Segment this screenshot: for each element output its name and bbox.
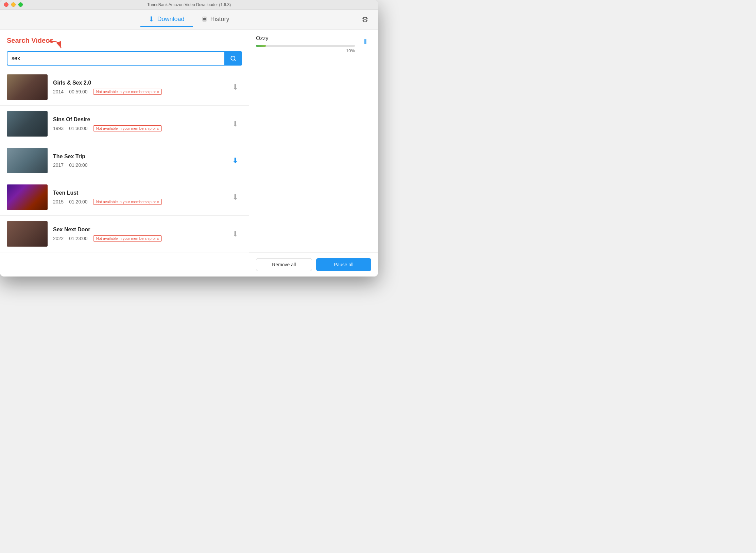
download-tab-label: Download xyxy=(157,16,184,23)
settings-button[interactable]: ⚙ xyxy=(359,14,371,26)
main-area: Search Videos xyxy=(0,30,378,276)
result-duration: 01:23:00 xyxy=(69,236,88,241)
search-area: Search Videos xyxy=(0,30,249,69)
result-info: Sins Of Desire 1993 01:30:00 Not availab… xyxy=(53,117,223,131)
availability-badge: Not available in your membership or c xyxy=(93,235,162,242)
result-info: Sex Next Door 2022 01:23:00 Not availabl… xyxy=(53,227,223,242)
top-nav: ⬇ Download 🖥 History ⚙ xyxy=(0,10,378,30)
thumbnail xyxy=(7,184,48,210)
download-icon: ⬇ xyxy=(232,230,238,238)
thumbnail xyxy=(7,74,48,100)
close-button[interactable] xyxy=(4,2,8,7)
list-item[interactable]: Teen Lust 2015 01:20:00 Not available in… xyxy=(0,179,249,216)
result-title: Girls & Sex 2.0 xyxy=(53,80,223,86)
downloads-footer: Remove all Pause all xyxy=(249,252,378,276)
result-meta: 2022 01:23:00 Not available in your memb… xyxy=(53,235,223,242)
progress-bar-container xyxy=(256,45,355,47)
result-year: 1993 xyxy=(53,126,64,131)
search-arrow-icon xyxy=(48,38,68,52)
thumbnail xyxy=(7,221,48,247)
history-tab-icon: 🖥 xyxy=(201,15,208,23)
downloads-header: Ozzy 10% ⏸ xyxy=(249,30,378,59)
remove-all-button[interactable]: Remove all xyxy=(256,258,312,271)
progress-bar-fill xyxy=(256,45,266,47)
results-list: Girls & Sex 2.0 2014 00:59:00 Not availa… xyxy=(0,69,249,276)
download-icon: ⬇ xyxy=(232,83,238,92)
result-duration: 01:20:00 xyxy=(69,162,88,168)
window-title: TunesBank Amazon Video Downloader (1.6.3… xyxy=(147,2,231,7)
result-title: Sins Of Desire xyxy=(53,117,223,123)
thumbnail xyxy=(7,148,48,173)
download-item-info: Ozzy 10% xyxy=(256,35,355,53)
tab-history[interactable]: 🖥 History xyxy=(193,13,238,27)
download-icon: ⬇ xyxy=(232,193,238,202)
download-action[interactable]: ⬇ xyxy=(228,154,242,167)
result-title: Teen Lust xyxy=(53,190,223,196)
result-year: 2017 xyxy=(53,162,64,168)
svg-line-2 xyxy=(234,59,235,60)
download-action[interactable]: ⬇ xyxy=(228,227,242,241)
pause-button[interactable]: ⏸ xyxy=(359,35,371,48)
result-year: 2022 xyxy=(53,236,64,241)
search-videos-label: Search Videos xyxy=(7,37,53,44)
thumbnail xyxy=(7,111,48,137)
result-meta: 1993 01:30:00 Not available in your memb… xyxy=(53,125,223,131)
result-meta: 2017 01:20:00 xyxy=(53,162,223,168)
traffic-lights xyxy=(4,2,23,7)
titlebar: TunesBank Amazon Video Downloader (1.6.3… xyxy=(0,0,378,10)
result-meta: 2014 00:59:00 Not available in your memb… xyxy=(53,89,223,95)
search-row xyxy=(7,51,242,66)
download-icon: ⬇ xyxy=(232,156,238,165)
download-tab-icon: ⬇ xyxy=(149,15,154,23)
search-input[interactable] xyxy=(7,51,224,66)
result-meta: 2015 01:20:00 Not available in your memb… xyxy=(53,199,223,205)
result-title: Sex Next Door xyxy=(53,227,223,233)
result-info: The Sex Trip 2017 01:20:00 xyxy=(53,154,223,168)
pause-all-button[interactable]: Pause all xyxy=(316,258,372,271)
search-button[interactable] xyxy=(224,51,242,66)
download-action[interactable]: ⬇ xyxy=(228,117,242,131)
list-item[interactable]: Sex Next Door 2022 01:23:00 Not availabl… xyxy=(0,216,249,252)
progress-percent: 10% xyxy=(256,48,355,53)
result-duration: 00:59:00 xyxy=(69,89,88,94)
svg-point-1 xyxy=(231,56,235,60)
download-title: Ozzy xyxy=(256,35,355,41)
availability-badge: Not available in your membership or c xyxy=(93,89,162,95)
search-header: Search Videos xyxy=(7,37,242,44)
list-item[interactable]: Sins Of Desire 1993 01:30:00 Not availab… xyxy=(0,106,249,142)
left-panel: Search Videos xyxy=(0,30,249,276)
list-item[interactable]: The Sex Trip 2017 01:20:00 ⬇ xyxy=(0,142,249,179)
tab-download[interactable]: ⬇ Download xyxy=(140,12,192,27)
result-duration: 01:30:00 xyxy=(69,126,88,131)
list-item[interactable]: Girls & Sex 2.0 2014 00:59:00 Not availa… xyxy=(0,69,249,106)
result-year: 2015 xyxy=(53,199,64,204)
availability-badge: Not available in your membership or c xyxy=(93,125,162,131)
result-year: 2014 xyxy=(53,89,64,94)
history-tab-label: History xyxy=(210,16,229,23)
right-panel: Ozzy 10% ⏸ Remove all Pause all xyxy=(249,30,378,276)
downloads-content xyxy=(249,59,378,252)
result-info: Girls & Sex 2.0 2014 00:59:00 Not availa… xyxy=(53,80,223,95)
availability-badge: Not available in your membership or c xyxy=(93,199,162,205)
download-icon: ⬇ xyxy=(232,120,238,128)
nav-tabs: ⬇ Download 🖥 History xyxy=(140,12,237,27)
minimize-button[interactable] xyxy=(11,2,16,7)
download-action[interactable]: ⬇ xyxy=(228,191,242,204)
download-action[interactable]: ⬇ xyxy=(228,81,242,94)
result-info: Teen Lust 2015 01:20:00 Not available in… xyxy=(53,190,223,205)
result-title: The Sex Trip xyxy=(53,154,223,160)
fullscreen-button[interactable] xyxy=(18,2,23,7)
result-duration: 01:20:00 xyxy=(69,199,88,204)
